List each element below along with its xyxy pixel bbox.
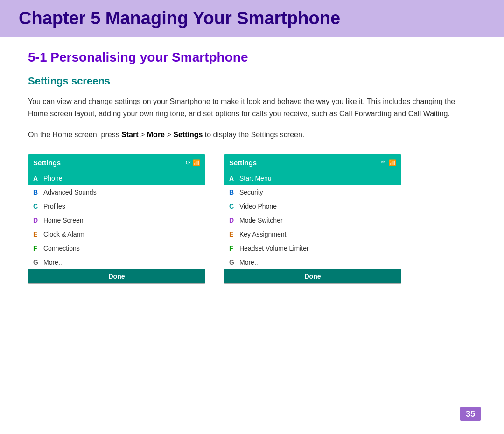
screen-right-text-g: More... <box>239 259 260 266</box>
screen-right-letter-b: B <box>229 189 239 196</box>
screen-right-item-a[interactable]: A Start Menu <box>224 171 401 185</box>
instruction-bold2: More <box>147 131 165 139</box>
screen-right-text-e: Key Assignment <box>239 231 286 238</box>
screen-left-item-f[interactable]: F Connections <box>28 241 205 255</box>
screen-right-letter-f: F <box>229 245 239 252</box>
screen-right-footer-label: Done <box>305 273 321 280</box>
screen-right-text-b: Security <box>239 189 263 196</box>
instruction-sep2: > <box>165 131 173 139</box>
screen-right-text-f: Headset Volume Limiter <box>239 245 309 252</box>
chapter-title: Chapter 5 Managing Your Smartphone <box>19 8 340 28</box>
page-number: 35 <box>466 409 475 419</box>
screen-left-text-e: Clock & Alarm <box>43 231 84 238</box>
instruction-text: On the Home screen, press Start > More >… <box>28 129 476 141</box>
abc-icon: ᵃᵇ꜀ <box>381 160 387 166</box>
screen-left-item-d[interactable]: D Home Screen <box>28 213 205 227</box>
signal-icon-right: 📶 <box>389 159 396 166</box>
screen-right-letter-c: C <box>229 203 239 210</box>
screen-left-text-b: Advanced Sounds <box>43 189 97 196</box>
page-number-badge: 35 <box>460 407 481 421</box>
screen-right-text-c: Video Phone <box>239 203 277 210</box>
screen-left-letter-b: B <box>33 189 43 196</box>
screen-left-letter-g: G <box>33 259 43 266</box>
screen-right-item-f[interactable]: F Headset Volume Limiter <box>224 241 401 255</box>
signal-icon: 📶 <box>193 159 200 166</box>
instruction-prefix: On the Home screen, press <box>28 131 121 139</box>
screen-right-item-c[interactable]: C Video Phone <box>224 199 401 213</box>
screen-right-footer[interactable]: Done <box>224 269 401 283</box>
screen-right-letter-a: A <box>229 175 239 182</box>
screen-left-item-c[interactable]: C Profiles <box>28 199 205 213</box>
screen-left-header: Settings ⟳ 📶 <box>28 154 205 171</box>
subsection-title: Settings screens <box>28 75 476 87</box>
screen-right-letter-g: G <box>229 259 239 266</box>
phone-screen-right: Settings ᵃᵇ꜀ 📶 A Start Menu B Security C… <box>224 154 401 284</box>
screen-left-item-b[interactable]: B Advanced Sounds <box>28 185 205 199</box>
screen-right-text-a: Start Menu <box>239 175 271 182</box>
refresh-icon: ⟳ <box>186 159 191 166</box>
screen-right-icons: ᵃᵇ꜀ 📶 <box>381 159 396 166</box>
screen-left-text-f: Connections <box>43 245 80 252</box>
screen-left-item-a[interactable]: A Phone <box>28 171 205 185</box>
screen-left-footer[interactable]: Done <box>28 269 205 283</box>
instruction-bold3: Settings <box>173 131 203 139</box>
screen-right-item-d[interactable]: D Mode Switcher <box>224 213 401 227</box>
phone-screen-left: Settings ⟳ 📶 A Phone B Advanced Sounds C… <box>28 154 205 284</box>
screen-right-text-d: Mode Switcher <box>239 217 283 224</box>
screens-container: Settings ⟳ 📶 A Phone B Advanced Sounds C… <box>28 154 476 284</box>
instruction-bold1: Start <box>121 131 138 139</box>
screen-left-letter-a: A <box>33 175 43 182</box>
screen-left-text-a: Phone <box>43 175 62 182</box>
section-title: 5-1 Personalising your Smartphone <box>28 50 476 65</box>
body-text: You can view and change settings on your… <box>28 96 476 119</box>
screen-left-item-e[interactable]: E Clock & Alarm <box>28 227 205 241</box>
screen-right-title: Settings <box>229 159 257 167</box>
screen-right-item-e[interactable]: E Key Assignment <box>224 227 401 241</box>
screen-left-text-c: Profiles <box>43 203 65 210</box>
instruction-suffix: to display the Settings screen. <box>203 131 304 139</box>
screen-left-footer-label: Done <box>109 273 125 280</box>
screen-left-letter-c: C <box>33 203 43 210</box>
screen-left-title: Settings <box>33 159 61 167</box>
screen-right-item-g[interactable]: G More... <box>224 255 401 269</box>
screen-right-header: Settings ᵃᵇ꜀ 📶 <box>224 154 401 171</box>
screen-left-item-g[interactable]: G More... <box>28 255 205 269</box>
screen-right-letter-d: D <box>229 217 239 224</box>
screen-left-text-d: Home Screen <box>43 217 84 224</box>
instruction-sep1: > <box>139 131 147 139</box>
screen-left-letter-f: F <box>33 245 43 252</box>
screen-right-letter-e: E <box>229 231 239 238</box>
screen-left-text-g: More... <box>43 259 64 266</box>
screen-left-icons: ⟳ 📶 <box>186 159 200 166</box>
chapter-header: Chapter 5 Managing Your Smartphone <box>0 0 504 37</box>
screen-left-letter-d: D <box>33 217 43 224</box>
content-area: 5-1 Personalising your Smartphone Settin… <box>0 50 504 284</box>
screen-right-item-b[interactable]: B Security <box>224 185 401 199</box>
screen-left-letter-e: E <box>33 231 43 238</box>
